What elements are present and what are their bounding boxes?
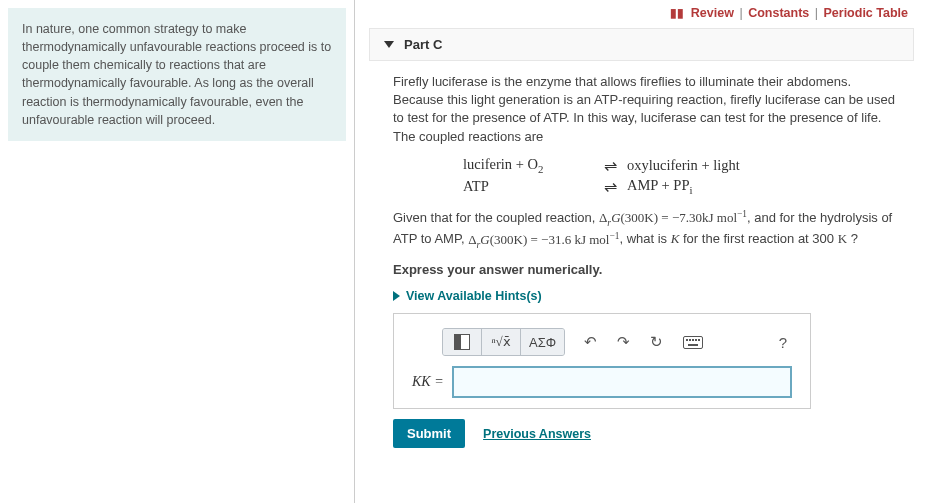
equil-arrow-icon: ⇌ [593,177,627,196]
template-button[interactable] [443,329,482,355]
template-icon [454,334,470,350]
sqrt-button[interactable]: ⁿ√x̄ [482,329,521,355]
problem-text: Firefly luciferase is the enzyme that al… [393,73,902,146]
equil-arrow-icon: ⇌ [593,156,627,175]
keyboard-button[interactable] [678,332,708,353]
help-button[interactable]: ? [774,330,792,355]
intro-text: In nature, one common strategy to make t… [8,8,346,141]
express-instruction: Express your answer numerically. [393,261,902,279]
view-hints-toggle[interactable]: View Available Hints(s) [393,289,902,303]
svg-rect-5 [698,339,700,341]
part-label: Part C [404,37,442,52]
intro-panel: In nature, one common strategy to make t… [0,0,355,503]
answer-variable-label: KK = [412,374,444,390]
svg-rect-4 [695,339,697,341]
part-content: Firefly luciferase is the enzyme that al… [369,61,914,448]
equation-toolbar: ⁿ√x̄ ΑΣΦ ↶ ↷ ↻ [412,328,792,356]
previous-answers-link[interactable]: Previous Answers [483,427,591,441]
book-icon: ▮▮ [670,6,684,20]
reset-button[interactable]: ↻ [645,329,668,355]
redo-button[interactable]: ↷ [612,329,635,355]
greek-button[interactable]: ΑΣΦ [521,329,564,355]
part-header[interactable]: Part C [369,28,914,61]
undo-button[interactable]: ↶ [579,329,602,355]
answer-box: ⁿ√x̄ ΑΣΦ ↶ ↷ ↻ [393,313,811,409]
periodic-table-link[interactable]: Periodic Table [823,6,908,20]
collapse-caret-icon [384,41,394,48]
given-text: Given that for the coupled reaction, ΔrG… [393,208,902,251]
submit-button[interactable]: Submit [393,419,465,448]
answer-input[interactable] [452,366,792,398]
svg-rect-3 [692,339,694,341]
caret-right-icon [393,291,400,301]
svg-rect-2 [689,339,691,341]
equation-block: luciferin + O2 ⇌ oxyluciferin + light AT… [393,156,902,196]
top-links: ▮▮ Review | Constants | Periodic Table [369,0,914,28]
svg-rect-1 [686,339,688,341]
review-link[interactable]: Review [691,6,734,20]
main-panel: ▮▮ Review | Constants | Periodic Table P… [355,0,928,503]
svg-rect-0 [684,336,703,348]
constants-link[interactable]: Constants [748,6,809,20]
svg-rect-6 [688,344,698,346]
keyboard-icon [683,336,703,349]
